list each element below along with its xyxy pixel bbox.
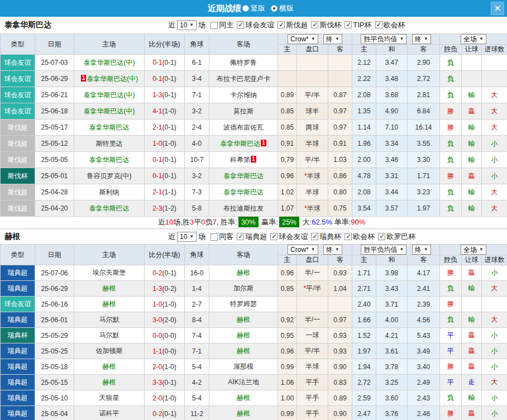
- home-team-name: 泰拿华斯巴达: [89, 123, 130, 131]
- home-team-name: 斯利纳: [99, 188, 119, 196]
- home-team-name: 赫根: [103, 378, 116, 386]
- avg-odds-select[interactable]: 胜平负均值▼: [361, 34, 406, 44]
- same-venue-checkbox[interactable]: 同主: [211, 20, 233, 30]
- league-filter-checkbox[interactable]: 球会友谊: [237, 20, 274, 30]
- crow-away-odds: 0.89: [328, 390, 352, 406]
- chevron-down-icon: ▼: [335, 246, 339, 254]
- wdl-result: 負: [440, 184, 462, 201]
- league-filter-checkbox[interactable]: 瑞典超: [237, 232, 267, 242]
- halftime-score: (0-1): [162, 156, 176, 164]
- corner-count: 4-2: [185, 375, 209, 390]
- scope-select[interactable]: 全场▼: [461, 245, 486, 255]
- same-venue-checkbox[interactable]: 同客: [211, 232, 233, 242]
- crow-away-odds: 0.90: [328, 359, 352, 375]
- avg-draw-odds: 3.48: [376, 71, 408, 87]
- final-avg-select[interactable]: 终▼: [412, 34, 431, 44]
- match-date: 25-06-18: [35, 103, 74, 120]
- goals-result: 大: [482, 312, 507, 328]
- corner-count: 7-4: [185, 328, 209, 343]
- close-icon: ✕: [494, 3, 501, 13]
- col-type: 类型: [1, 34, 35, 55]
- version-radio[interactable]: 竖版: [242, 3, 265, 13]
- final-avg-select[interactable]: 终▼: [412, 245, 431, 255]
- away-team-name: AIK法兰地: [228, 378, 259, 386]
- away-team-name: 赫根: [237, 347, 250, 355]
- wdl-result: 負: [440, 201, 462, 217]
- away-team-name: 波德布雷佐瓦: [223, 123, 264, 131]
- checkbox-icon: [237, 21, 244, 28]
- crow-handicap: 平手: [297, 406, 328, 420]
- home-team-name: 赫根: [103, 300, 116, 308]
- avg-home-odds: 2.08: [352, 184, 376, 201]
- crow-away-odds: [328, 55, 352, 71]
- avg-home-odds: 2.72: [352, 375, 376, 390]
- avg-draw-odds: 3.60: [376, 390, 408, 406]
- halftime-score: (0-1): [162, 91, 176, 99]
- league-filter-checkbox[interactable]: 欧会杯: [375, 20, 405, 30]
- match-row: 瑞典超 25-05-10 天狼星 2-0(1-0) 5-4 赫根 1.00 平手…: [1, 390, 507, 406]
- final-odds-select[interactable]: 终▼: [323, 34, 342, 44]
- match-date: 25-06-29: [35, 71, 74, 87]
- league-filter-checkbox[interactable]: 球会友谊: [270, 232, 308, 242]
- summary-segment: 7: [213, 218, 217, 226]
- away-team-cell: 卡尔维纳: [209, 87, 278, 103]
- league-filter-checkbox[interactable]: TIP杯: [345, 20, 371, 30]
- radio-label: 竖版: [251, 3, 265, 13]
- crow-home-odds: 0.79: [278, 152, 297, 168]
- radio-label: 横版: [279, 3, 294, 13]
- avg-away-odds: 16.14: [408, 120, 440, 136]
- league-type-badge: 斯伐超: [1, 201, 35, 217]
- avg-odds-select[interactable]: 胜平负均值▼: [361, 245, 406, 255]
- away-team-name: 卡尔维纳: [230, 91, 257, 99]
- scope-select[interactable]: 全场▼: [461, 34, 486, 44]
- halftime-score: (0-1): [162, 269, 176, 277]
- near-label: 近: [168, 20, 175, 30]
- wdl-result: 平: [440, 375, 462, 390]
- league-type-badge: 球会友谊: [1, 71, 35, 87]
- league-filter-checkbox[interactable]: 斯伐杯: [311, 20, 341, 30]
- asterisk-mark: *: [304, 172, 307, 180]
- recent-count-select[interactable]: 10▼: [177, 20, 197, 30]
- col-corner: 角球: [185, 34, 209, 55]
- league-type-badge: 斯伐杯: [1, 168, 35, 184]
- away-team-cell: 赫根: [209, 390, 278, 406]
- close-button[interactable]: ✕: [491, 2, 504, 15]
- away-team-cell: 泰拿华斯巴达: [209, 168, 278, 184]
- league-filter-checkbox[interactable]: 欧会杯: [345, 232, 375, 242]
- league-filter-checkbox[interactable]: 瑞典杯: [311, 232, 341, 242]
- avg-home-odds: 1.96: [352, 136, 376, 152]
- sub-avg-away: 客: [408, 45, 440, 55]
- home-team-cell: 诺科平: [74, 406, 145, 420]
- home-team-name: 佐加顿斯: [96, 347, 123, 355]
- halftime-score: (0-1): [162, 379, 176, 386]
- home-team-name: 埃尔夫斯堡: [93, 269, 126, 276]
- chevron-down-icon: ▼: [311, 246, 315, 254]
- crow-handicap: 平手: [297, 390, 328, 406]
- halftime-score: (1-2): [162, 204, 176, 212]
- crow-away-odds: 1.04: [328, 281, 352, 297]
- league-type-badge: 斯伐超: [1, 184, 35, 201]
- matches-table: 类型 日期 主场 比分(半场) 角球 客场 Crow*▼ 终▼ 胜平负均值▼ 终…: [0, 34, 507, 217]
- league-filter-checkbox[interactable]: 斯伐超: [278, 20, 308, 30]
- score-cell: 2-1(1-1): [145, 184, 185, 201]
- crow-handicap: 平手: [297, 375, 328, 390]
- checkbox-icon: [270, 233, 278, 240]
- goals-result: 小: [482, 265, 507, 281]
- corner-count: 16-0: [185, 265, 209, 281]
- score-cell: 1-1(0-0): [145, 343, 185, 359]
- recent-count-select[interactable]: 10▼: [177, 232, 197, 242]
- league-filter-checkbox[interactable]: 欧罗巴杯: [378, 232, 415, 242]
- avg-away-odds: 3.55: [408, 136, 440, 152]
- avg-draw-odds: 3.43: [376, 281, 408, 297]
- version-radio[interactable]: 横版: [271, 3, 294, 13]
- league-type-badge: 瑞典超: [1, 375, 35, 390]
- final-odds-select[interactable]: 终▼: [323, 245, 342, 255]
- goals-result: 大: [482, 184, 507, 201]
- odds-provider-select[interactable]: Crow*▼: [288, 245, 318, 255]
- league-type-badge: 瑞典超: [1, 406, 35, 420]
- handicap-result: [462, 297, 482, 312]
- avg-draw-odds: 3.98: [376, 265, 408, 281]
- odds-provider-select[interactable]: Crow*▼: [288, 34, 318, 44]
- crow-handicap: *半球: [297, 201, 328, 217]
- avg-home-odds: 1.66: [352, 312, 376, 328]
